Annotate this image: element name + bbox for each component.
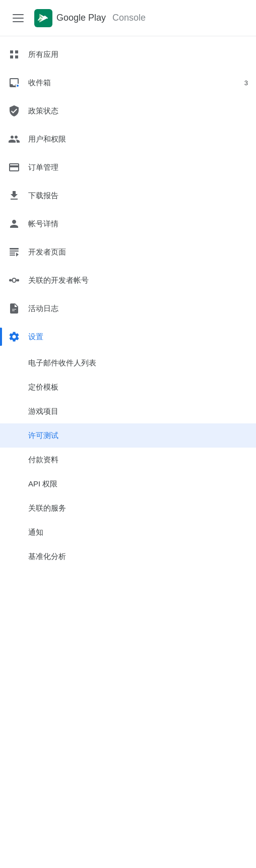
download-icon (8, 190, 20, 202)
sidebar-subitem-label-game-projects: 游戏项目 (28, 407, 248, 416)
inbox-badge: 3 (244, 79, 248, 87)
sidebar-subitem-benchmarking[interactable]: 基准化分析 (0, 544, 256, 569)
header-title: Google Play Console (56, 13, 146, 23)
header-title-google-play: Google Play (56, 13, 106, 23)
svg-rect-4 (10, 255, 15, 256)
sidebar-item-linked-accounts[interactable]: 关联的开发者帐号 (0, 266, 256, 294)
sidebar-subitem-game-projects[interactable]: 游戏项目 (0, 399, 256, 423)
logo[interactable]: Google Play Console (34, 9, 146, 27)
sidebar-item-settings[interactable]: 设置 (0, 323, 256, 351)
svg-point-7 (17, 279, 19, 282)
sidebar-item-label-policy-status: 政策状态 (28, 106, 248, 116)
nav-list: 所有应用 收件箱 3 政策状态 用户和权限 (0, 36, 256, 573)
sidebar-item-users-permissions[interactable]: 用户和权限 (0, 125, 256, 153)
sidebar-item-download-reports[interactable]: 下载报告 (0, 181, 256, 210)
active-indicator (0, 328, 2, 346)
logo-icon (34, 9, 52, 27)
sidebar-subitem-pricing-templates[interactable]: 定价模板 (0, 375, 256, 399)
sidebar-item-activity-log[interactable]: 活动日志 (0, 294, 256, 323)
hamburger-line-1 (13, 14, 24, 15)
sidebar-subitem-label-pricing-templates: 定价模板 (28, 383, 248, 392)
sidebar-subitem-label-benchmarking: 基准化分析 (28, 552, 248, 562)
svg-rect-2 (10, 251, 19, 252)
sidebar-item-all-apps[interactable]: 所有应用 (0, 40, 256, 69)
card-icon (8, 161, 20, 173)
svg-rect-1 (10, 248, 19, 250)
sidebar-item-label-users-permissions: 用户和权限 (28, 135, 248, 144)
linked-icon (8, 274, 20, 286)
developer-icon (8, 246, 20, 258)
menu-button[interactable] (8, 8, 28, 28)
sidebar-item-label-activity-log: 活动日志 (28, 304, 248, 314)
sidebar-subitem-license-testing[interactable]: 许可测试 (0, 423, 256, 448)
hamburger-line-3 (13, 21, 24, 22)
sidebar-subitem-label-linked-services: 关联的服务 (28, 504, 248, 513)
sidebar-item-label-order-management: 订单管理 (28, 163, 248, 172)
sidebar-subitem-label-notifications: 通知 (28, 528, 248, 537)
sidebar-item-label-inbox: 收件箱 (28, 78, 236, 88)
sidebar-subitem-label-api-access: API 权限 (28, 479, 248, 489)
sidebar-subitem-payment-profile[interactable]: 付款资料 (0, 448, 256, 472)
users-icon (8, 133, 20, 145)
inbox-icon-wrapper (8, 77, 20, 89)
sidebar-subitem-api-access[interactable]: API 权限 (0, 472, 256, 496)
app-header: Google Play Console (0, 0, 256, 36)
sidebar-item-order-management[interactable]: 订单管理 (0, 153, 256, 181)
sidebar-item-label-developer-page: 开发者页面 (28, 247, 248, 257)
sidebar-item-label-linked-accounts: 关联的开发者帐号 (28, 276, 248, 285)
sidebar-subitem-label-payment-profile: 付款资料 (28, 455, 248, 465)
sidebar-subitem-linked-services[interactable]: 关联的服务 (0, 496, 256, 520)
sidebar-item-label-all-apps: 所有应用 (28, 50, 248, 59)
log-icon (8, 302, 20, 315)
sidebar-nav: 所有应用 收件箱 3 政策状态 用户和权限 (0, 36, 256, 573)
sidebar-item-developer-page[interactable]: 开发者页面 (0, 238, 256, 266)
sidebar-subitem-email-recipients[interactable]: 电子邮件收件人列表 (0, 351, 256, 375)
sidebar-item-policy-status[interactable]: 政策状态 (0, 97, 256, 125)
settings-icon (8, 331, 20, 343)
shield-icon (8, 105, 20, 117)
account-icon (8, 218, 20, 230)
hamburger-line-2 (13, 18, 24, 19)
grid-icon (8, 48, 20, 60)
sidebar-subitem-label-license-testing: 许可测试 (28, 431, 248, 441)
sidebar-item-label-account-details: 帐号详情 (28, 219, 248, 229)
sidebar-item-inbox[interactable]: 收件箱 3 (0, 69, 256, 97)
inbox-dot (16, 84, 20, 88)
svg-rect-3 (10, 253, 15, 254)
sidebar-item-label-download-reports: 下载报告 (28, 191, 248, 201)
sidebar-subitem-label-email-recipients: 电子邮件收件人列表 (28, 358, 248, 368)
sidebar-item-account-details[interactable]: 帐号详情 (0, 210, 256, 238)
sidebar-subitem-notifications[interactable]: 通知 (0, 520, 256, 544)
header-title-console: Console (112, 13, 146, 23)
sidebar-item-label-settings: 设置 (28, 332, 248, 342)
svg-point-6 (9, 279, 12, 282)
